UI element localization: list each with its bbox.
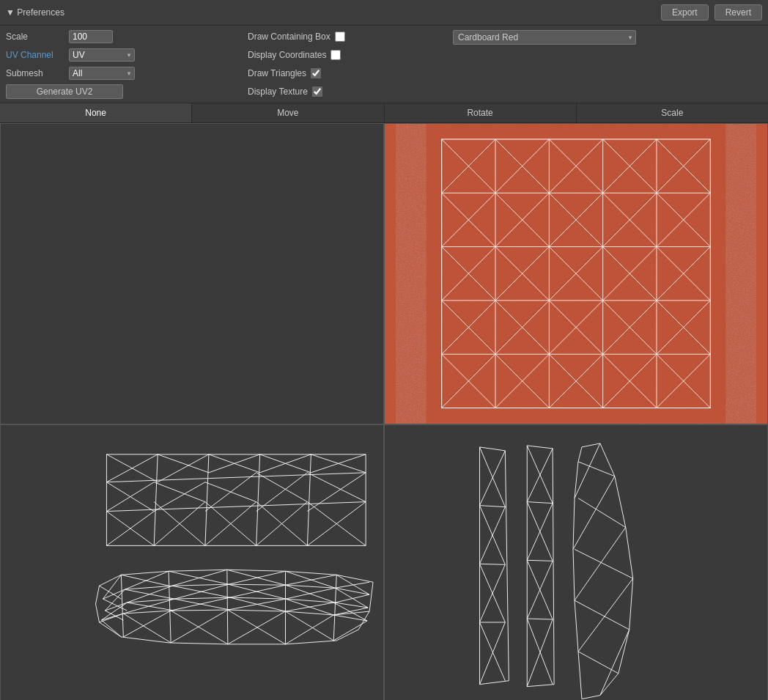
prefs-middle: Draw Containing Box Display Coordinates … [204,29,365,100]
svg-line-133 [171,597,230,611]
svg-line-129 [101,603,127,620]
svg-line-106 [121,575,169,586]
svg-line-111 [229,571,286,584]
svg-line-66 [256,454,260,545]
svg-line-176 [578,446,582,461]
preferences-title: ▼ Preferences [6,7,64,18]
svg-line-115 [335,582,369,588]
svg-line-84 [256,472,308,501]
svg-line-135 [228,599,286,610]
svg-line-85 [256,472,308,511]
svg-line-67 [307,454,311,545]
svg-line-154 [480,564,506,564]
canvas-area [0,123,768,700]
display-texture-checkbox[interactable] [312,86,322,97]
svg-line-178 [578,498,626,527]
svg-line-143 [123,611,171,637]
canvas-bottom-right[interactable] [384,424,768,701]
uv-channel-select-wrapper: UV [69,48,135,62]
svg-line-153 [480,505,506,506]
draw-containing-box-label: Draw Containing Box [248,32,331,42]
svg-line-87 [307,472,366,511]
svg-line-180 [575,600,629,630]
prefs-left: Scale UV Channel UV Submesh All Generate… [6,29,204,100]
canvas-top-left-svg [1,124,383,424]
svg-line-64 [154,454,158,545]
revert-button[interactable]: Revert [715,4,762,21]
svg-line-109 [172,570,227,586]
draw-containing-box-row: Draw Containing Box [248,29,365,45]
material-select[interactable]: Cardboard Red [453,30,636,45]
svg-line-165 [527,501,553,503]
top-bar: ▼ Preferences Export Revert [0,0,768,26]
svg-line-80 [154,482,205,501]
material-select-wrapper: Cardboard Red [453,30,636,45]
canvas-bottom-left[interactable] [0,424,384,701]
svg-line-139 [333,608,368,615]
submesh-select[interactable]: All [69,67,135,80]
svg-line-127 [335,594,369,603]
tab-rotate[interactable]: Rotate [385,103,577,122]
svg-line-125 [286,588,336,599]
uv-channel-row: UV Channel UV [6,47,204,63]
submesh-row: Submesh All [6,65,204,81]
svg-line-98 [96,586,100,604]
svg-line-113 [286,575,337,585]
svg-line-130 [127,603,174,611]
preferences-panel: Scale UV Channel UV Submesh All Generate… [0,26,768,103]
draw-triangles-checkbox[interactable] [311,68,321,78]
scale-label: Scale [6,32,64,42]
tab-move[interactable]: Move [192,103,384,122]
svg-line-101 [227,570,228,644]
canvas-top-left[interactable] [0,123,384,424]
display-coordinates-row: Display Coordinates [248,47,365,63]
generate-uv2-button[interactable]: Generate UV2 [6,84,123,99]
svg-line-166 [527,560,553,561]
generate-uv2-row: Generate UV2 [6,84,204,100]
display-texture-row: Display Texture [248,84,365,100]
svg-line-175 [527,619,553,687]
uv-channel-select[interactable]: UV [69,48,135,62]
svg-line-70 [158,454,209,472]
canvas-top-right-svg [385,124,767,424]
svg-line-145 [171,610,228,643]
tab-none[interactable]: None [0,103,192,122]
svg-line-151 [333,621,367,641]
display-coordinates-checkbox[interactable] [331,50,341,60]
svg-line-71 [158,454,209,482]
uv-channel-label: UV Channel [6,50,64,60]
svg-line-181 [578,651,619,673]
svg-line-144 [171,611,228,644]
svg-line-149 [286,615,334,644]
display-texture-label: Display Texture [248,86,308,97]
svg-line-100 [169,571,171,643]
svg-line-182 [575,443,600,498]
mode-tabs: None Move Rotate Scale [0,103,768,123]
svg-line-86 [307,472,366,501]
display-coordinates-label: Display Coordinates [248,50,326,60]
svg-line-63 [106,501,366,511]
scale-input[interactable] [69,30,113,43]
canvas-bottom-right-svg [385,425,767,701]
tab-scale[interactable]: Scale [577,103,768,122]
svg-line-174 [527,619,553,685]
scale-row: Scale [6,29,204,45]
export-button[interactable]: Export [661,4,709,21]
canvas-top-right[interactable] [384,123,768,424]
submesh-select-wrapper: All [69,67,135,80]
svg-line-119 [127,586,172,603]
draw-triangles-row: Draw Triangles [248,65,365,81]
svg-line-62 [106,472,366,482]
svg-line-103 [333,575,336,641]
svg-line-81 [154,482,205,511]
submesh-label: Submesh [6,68,64,78]
svg-line-137 [286,603,334,611]
svg-line-150 [333,611,369,615]
svg-line-186 [600,629,629,695]
svg-line-148 [286,611,334,641]
svg-marker-61 [106,454,366,545]
svg-line-140 [101,620,121,637]
prefs-right: Cardboard Red [365,29,636,100]
svg-line-167 [527,619,553,619]
draw-containing-box-checkbox[interactable] [335,32,345,42]
